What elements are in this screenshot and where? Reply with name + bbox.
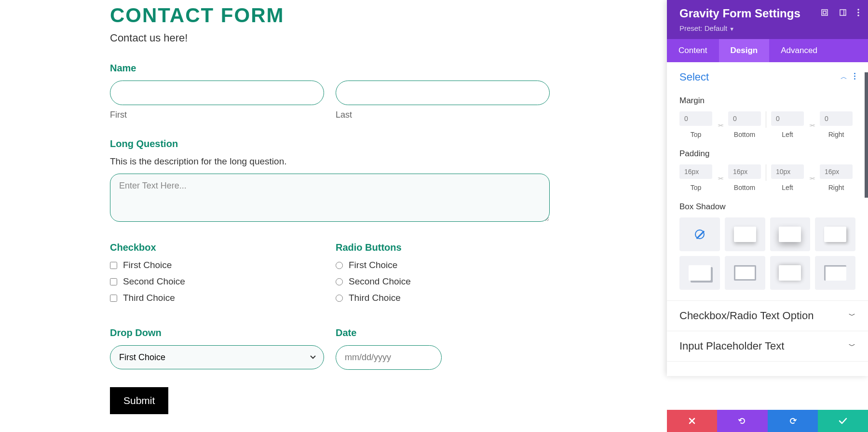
panel-body: Select ︿ Margin Top ⫘ Bottom Left xyxy=(667,62,868,376)
box-shadow-grid xyxy=(679,217,855,290)
shadow-none[interactable] xyxy=(679,217,720,251)
section-placeholder-title: Input Placeholder Text xyxy=(679,340,784,352)
shadow-opt-4[interactable] xyxy=(679,256,720,290)
checkbox-label: Checkbox xyxy=(110,242,324,253)
shadow-opt-1[interactable] xyxy=(725,217,765,251)
chevron-up-icon: ︿ xyxy=(841,73,847,81)
form-title: CONTACT FORM xyxy=(110,4,550,27)
tab-advanced[interactable]: Advanced xyxy=(769,39,829,62)
chevron-down-icon: ﹀ xyxy=(849,311,855,320)
checkbox-field: Checkbox First Choice Second Choice Thir… xyxy=(110,242,324,309)
first-name-input[interactable] xyxy=(110,81,324,105)
long-question-field: Long Question This is the description fo… xyxy=(110,138,550,224)
expand-icon[interactable] xyxy=(821,9,828,18)
section-more-icon[interactable] xyxy=(854,73,855,81)
more-icon[interactable] xyxy=(857,9,859,18)
radio-opt-2[interactable] xyxy=(336,278,343,285)
svg-point-5 xyxy=(857,12,859,14)
shadow-opt-2[interactable] xyxy=(770,217,811,251)
radio-opt-1-label: First Choice xyxy=(349,260,397,270)
checkbox-opt-2[interactable] xyxy=(110,278,117,285)
date-label: Date xyxy=(336,327,550,338)
settings-panel: Gravity Form Settings Preset: Default▼ C… xyxy=(667,0,868,376)
shadow-opt-5[interactable] xyxy=(725,256,765,290)
form-subtitle: Contact us here! xyxy=(110,32,550,44)
padding-controls: Top ⫘ Bottom Left ⫘ Right xyxy=(679,164,855,191)
last-sub-label: Last xyxy=(336,110,550,120)
tab-content[interactable]: Content xyxy=(667,39,719,62)
dropdown-field: Drop Down First Choice xyxy=(110,327,324,370)
margin-label: Margin xyxy=(679,96,855,106)
checkbox-opt-1-label: First Choice xyxy=(123,260,172,270)
link-icon[interactable]: ⫘ xyxy=(715,122,725,129)
svg-point-9 xyxy=(854,78,855,80)
svg-point-4 xyxy=(857,9,859,11)
redo-button[interactable] xyxy=(768,410,818,432)
radio-label: Radio Buttons xyxy=(336,242,550,253)
name-label: Name xyxy=(110,63,550,74)
margin-top-input[interactable] xyxy=(679,111,712,126)
svg-rect-1 xyxy=(823,11,826,14)
box-shadow-label: Box Shadow xyxy=(679,202,855,212)
section-checkbox-radio-header[interactable]: Checkbox/Radio Text Option ﹀ xyxy=(667,301,868,331)
tab-design[interactable]: Design xyxy=(719,39,770,62)
link-icon[interactable]: ⫘ xyxy=(807,122,817,129)
checkbox-opt-1[interactable] xyxy=(110,262,117,269)
padding-label: Padding xyxy=(679,149,855,159)
section-placeholder-header[interactable]: Input Placeholder Text ﹀ xyxy=(667,331,868,361)
long-question-desc: This is the description for the long que… xyxy=(110,156,550,167)
submit-button[interactable]: Submit xyxy=(110,387,168,414)
long-question-textarea[interactable] xyxy=(110,174,550,222)
panel-title: Gravity Form Settings xyxy=(679,7,800,20)
padding-bottom-input[interactable] xyxy=(728,164,761,179)
shadow-opt-7[interactable] xyxy=(815,256,855,290)
long-question-label: Long Question xyxy=(110,138,550,149)
svg-rect-0 xyxy=(822,10,827,15)
svg-point-6 xyxy=(857,14,859,16)
radio-opt-1[interactable] xyxy=(336,262,343,269)
preset-selector[interactable]: Preset: Default▼ xyxy=(679,24,859,32)
padding-top-input[interactable] xyxy=(679,164,712,179)
undo-button[interactable] xyxy=(717,410,767,432)
name-field: Name First Last xyxy=(110,63,550,120)
radio-field: Radio Buttons First Choice Second Choice… xyxy=(336,242,550,309)
radio-opt-3-label: Third Choice xyxy=(349,293,401,303)
shadow-opt-3[interactable] xyxy=(815,217,855,251)
panel-tabs: Content Design Advanced xyxy=(667,39,868,62)
chevron-down-icon: ﹀ xyxy=(849,342,855,351)
scrollbar-thumb[interactable] xyxy=(865,72,868,198)
shadow-opt-6[interactable] xyxy=(770,256,811,290)
dropdown-select[interactable]: First Choice xyxy=(110,345,324,369)
link-icon[interactable]: ⫘ xyxy=(807,175,817,182)
panel-header: Gravity Form Settings Preset: Default▼ xyxy=(667,0,868,39)
checkbox-opt-3-label: Third Choice xyxy=(123,293,175,303)
cancel-button[interactable] xyxy=(667,410,717,432)
svg-point-7 xyxy=(854,73,855,74)
checkbox-opt-3[interactable] xyxy=(110,295,117,302)
radio-opt-2-label: Second Choice xyxy=(349,276,411,287)
section-checkbox-radio-title: Checkbox/Radio Text Option xyxy=(679,310,814,322)
margin-left-input[interactable] xyxy=(771,111,804,126)
margin-right-input[interactable] xyxy=(820,111,853,126)
date-field: Date xyxy=(336,327,550,370)
checkbox-opt-2-label: Second Choice xyxy=(123,276,185,287)
margin-bottom-input[interactable] xyxy=(728,111,761,126)
svg-point-8 xyxy=(854,76,855,77)
margin-controls: Top ⫘ Bottom Left ⫘ Right xyxy=(679,111,855,138)
section-select-title: Select xyxy=(679,71,709,83)
save-button[interactable] xyxy=(818,410,868,432)
link-icon[interactable]: ⫘ xyxy=(715,175,725,182)
sidebar-icon[interactable] xyxy=(839,9,847,18)
first-sub-label: First xyxy=(110,110,324,120)
action-bar xyxy=(667,410,868,432)
last-name-input[interactable] xyxy=(336,81,550,105)
svg-rect-2 xyxy=(840,10,846,15)
radio-opt-3[interactable] xyxy=(336,295,343,302)
date-input[interactable] xyxy=(336,345,442,370)
section-select-header[interactable]: Select ︿ xyxy=(667,62,868,92)
padding-right-input[interactable] xyxy=(820,164,853,179)
dropdown-label: Drop Down xyxy=(110,327,324,338)
padding-left-input[interactable] xyxy=(771,164,804,179)
